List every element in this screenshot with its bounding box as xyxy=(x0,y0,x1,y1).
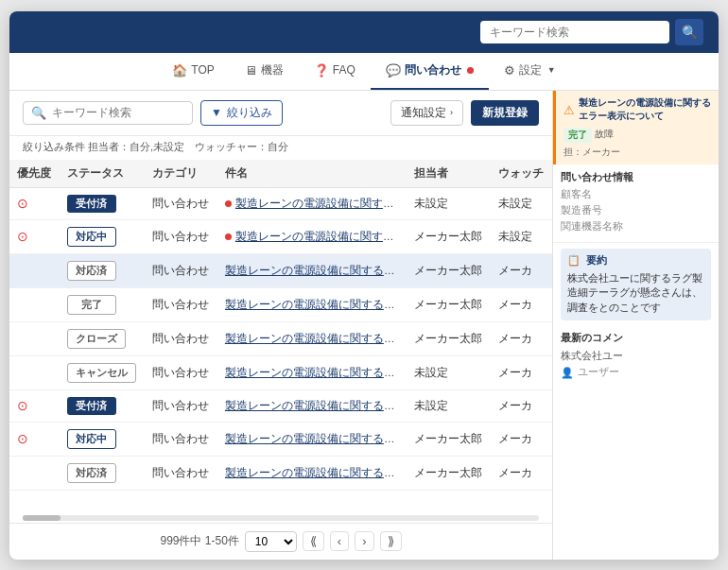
filter-button[interactable]: ▼ 絞り込み xyxy=(200,100,283,126)
nav-top[interactable]: 🏠 TOP xyxy=(157,52,229,90)
name-cell: 製造レーンの電源設備に関するエラー表示について xyxy=(217,287,407,321)
notify-button[interactable]: 通知設定 › xyxy=(390,100,463,126)
assignee-cell: メーカー太郎 xyxy=(407,219,491,253)
category-cell: 問い合わせ xyxy=(145,187,217,219)
toolbar: 🔍 ▼ 絞り込み 通知設定 › 新規登録 xyxy=(9,91,552,136)
col-name: 件名 xyxy=(217,160,407,188)
red-dot xyxy=(225,200,232,207)
status-pills: 完了 故障 xyxy=(563,128,711,143)
category-cell: 問い合わせ xyxy=(145,422,217,456)
top-search-button[interactable]: 🔍 xyxy=(675,19,703,45)
category-cell: 問い合わせ xyxy=(145,253,217,287)
table-row[interactable]: 完了問い合わせ製造レーンの電源設備に関するエラー表示についてメーカー太郎メーカ xyxy=(9,287,552,321)
status-cell: クローズ xyxy=(60,321,145,355)
chat-icon: 💬 xyxy=(386,63,401,78)
main-content: 🔍 ▼ 絞り込み 通知設定 › 新規登録 絞り込み条件 xyxy=(9,91,719,560)
inquiry-name-link[interactable]: 製造レーンの電源設備に関するエラー表示について xyxy=(225,467,407,478)
client-label: 顧客名 xyxy=(561,188,610,201)
inquiry-name-link[interactable]: 製造レーンの電源設備に関するエラー表示について xyxy=(225,367,407,378)
per-page-select[interactable]: 10 25 50 100 xyxy=(245,531,297,552)
inquiry-name-link[interactable]: 製造レーンの電源設備に関するエラー表示について xyxy=(225,433,407,444)
inquiry-section-title: 問い合わせ情報 xyxy=(561,170,711,184)
page-last-button[interactable]: ⟫ xyxy=(380,531,402,551)
status-badge: 対応済 xyxy=(67,463,116,483)
inquiry-name-link[interactable]: 製造レーンの電源設備に関するエラー表示について xyxy=(225,400,407,411)
assignee-cell: メーカー太郎 xyxy=(407,253,491,287)
nav-faq-label: FAQ xyxy=(333,63,355,77)
filter-label: 絞り込み xyxy=(227,105,272,121)
status-cell: 受付済 xyxy=(60,389,145,422)
nav-faq[interactable]: ❓ FAQ xyxy=(299,52,371,90)
status-cell: 対応中 xyxy=(60,219,145,253)
filter-icon: ▼ xyxy=(211,106,222,119)
col-watcher: ウォッチ xyxy=(491,160,552,188)
toolbar-search-input[interactable] xyxy=(52,106,184,119)
status-cell: キャンセル xyxy=(60,355,145,389)
nav-inquiry[interactable]: 💬 問い合わせ xyxy=(371,52,489,90)
assignee-meta: 担：メーカー xyxy=(563,146,711,159)
priority-cell: ⊙ xyxy=(9,422,60,456)
watcher-cell: 未設定 xyxy=(491,187,552,219)
alert-title: 製造レーンの電源設備に関するエラー表示について xyxy=(579,96,711,123)
watcher-cell: メーカ xyxy=(491,422,552,456)
table-row[interactable]: キャンセル問い合わせ製造レーンの電源設備に関するエラー表示について未設定メーカ xyxy=(9,355,552,389)
nav-machine-label: 機器 xyxy=(261,62,284,78)
inquiry-name-link[interactable]: 製造レーンの電源設備に関するエラー表示について xyxy=(235,198,407,209)
inquiry-table: 優先度 ステータス カテゴリ 件名 担当者 ウォッチ ⊙受付済問い合わせ製造レー… xyxy=(9,160,552,491)
table-wrapper[interactable]: 優先度 ステータス カテゴリ 件名 担当者 ウォッチ ⊙受付済問い合わせ製造レー… xyxy=(9,160,552,513)
table-row[interactable]: 対応済問い合わせ製造レーンの電源設備に関するエラー表示についてメーカー太郎メーカ xyxy=(9,456,552,490)
nav-machine[interactable]: 🖥 機器 xyxy=(230,52,299,90)
status-badge: 対応済 xyxy=(67,261,116,281)
status-cell: 対応済 xyxy=(60,253,145,287)
priority-cell xyxy=(9,287,60,321)
priority-icon: ⊙ xyxy=(17,229,28,244)
assignee-cell: メーカー太郎 xyxy=(407,422,491,456)
inquiry-name-link[interactable]: 製造レーンの電源設備に関するエラー表示について xyxy=(225,333,407,344)
priority-cell: ⊙ xyxy=(9,219,60,253)
priority-icon: ⊙ xyxy=(17,398,28,413)
name-cell: 製造レーンの電源設備に関するエラー表示について xyxy=(217,187,407,219)
watcher-cell: メーカ xyxy=(491,253,552,287)
secondary-nav: 🏠 TOP 🖥 機器 ❓ FAQ 💬 問い合わせ ⚙ 設定 ▼ xyxy=(9,53,719,91)
inquiry-name-link[interactable]: 製造レーンの電源設備に関するエラー表示について xyxy=(235,231,407,242)
top-nav: 🔍 xyxy=(9,11,719,53)
table-row[interactable]: ⊙受付済問い合わせ製造レーンの電源設備に関するエラー表示について未設定未設定 xyxy=(9,187,552,219)
category-cell: 問い合わせ xyxy=(145,287,217,321)
priority-cell xyxy=(9,456,60,490)
name-cell: 製造レーンの電源設備に関するエラー表示について xyxy=(217,389,407,422)
scrollbar[interactable] xyxy=(23,515,539,521)
nav-settings[interactable]: ⚙ 設定 ▼ xyxy=(489,52,571,90)
left-panel: 🔍 ▼ 絞り込み 通知設定 › 新規登録 絞り込み条件 xyxy=(9,91,553,560)
table-header-row: 優先度 ステータス カテゴリ 件名 担当者 ウォッチ xyxy=(9,160,552,188)
table-row[interactable]: ⊙対応中問い合わせ製造レーンの電源設備に関するエラー表示についてメーカー太郎メー… xyxy=(9,422,552,456)
priority-cell xyxy=(9,355,60,389)
category-cell: 問い合わせ xyxy=(145,456,217,490)
filter-tags-label: 絞り込み条件 xyxy=(23,141,85,152)
machine-label: 関連機器名称 xyxy=(561,220,623,233)
table-row[interactable]: 対応済問い合わせ製造レーンの電源設備に関するエラー表示についてメーカー太郎メーカ xyxy=(9,253,552,287)
name-cell: 製造レーンの電源設備に関するエラー表示について xyxy=(217,321,407,355)
user-icon: 👤 xyxy=(561,367,574,379)
product-label: 製造番号 xyxy=(561,204,610,217)
new-register-button[interactable]: 新規登録 xyxy=(471,100,539,126)
summary-section: 📋 要約 株式会社ユーに関するラグ製造細テーラグが懸念さんは、調査をとのことです xyxy=(561,249,711,320)
table-row[interactable]: ⊙対応中問い合わせ製造レーンの電源設備に関するエラー表示についてメーカー太郎未設… xyxy=(9,219,552,253)
page-first-button[interactable]: ⟪ xyxy=(303,531,324,551)
status-cell: 完了 xyxy=(60,287,145,321)
name-cell: 製造レーンの電源設備に関するエラー表示について xyxy=(217,422,407,456)
table-row[interactable]: クローズ問い合わせ製造レーンの電源設備に関するエラー表示についてメーカー太郎メー… xyxy=(9,321,552,355)
pill-complete: 完了 xyxy=(563,128,592,143)
status-badge: 対応中 xyxy=(67,227,116,247)
page-next-button[interactable]: › xyxy=(355,531,373,551)
name-cell: 製造レーンの電源設備に関するエラー表示について xyxy=(217,355,407,389)
table-row[interactable]: ⊙受付済問い合わせ製造レーンの電源設備に関するエラー表示について未設定メーカ xyxy=(9,389,552,422)
priority-cell xyxy=(9,321,60,355)
summary-text: 株式会社ユーに関するラグ製造細テーラグが懸念さんは、調査をとのことです xyxy=(567,271,704,316)
page-prev-button[interactable]: ‹ xyxy=(330,531,349,551)
inquiry-name-link[interactable]: 製造レーンの電源設備に関するエラー表示について xyxy=(225,299,407,310)
inquiry-name-link[interactable]: 製造レーンの電源設備に関するエラー表示について xyxy=(225,265,407,276)
top-search-input[interactable] xyxy=(480,21,669,43)
search-bar-container: 🔍 xyxy=(480,19,703,45)
alert-warning-icon: ⚠ xyxy=(563,103,575,117)
category-cell: 問い合わせ xyxy=(145,355,217,389)
